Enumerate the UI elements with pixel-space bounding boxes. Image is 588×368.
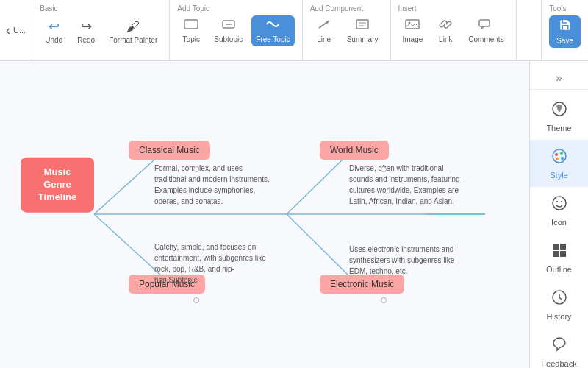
- dot-world: [381, 166, 387, 172]
- outline-label: Outline: [546, 265, 572, 274]
- basic-items: ↩ Undo ↪ Redo 🖌 Format Painter: [40, 15, 162, 47]
- history-label: History: [546, 312, 571, 321]
- file-label: U...: [13, 26, 26, 35]
- add-component-section: Add Component Line Summary: [303, 0, 391, 60]
- svg-point-20: [556, 158, 559, 160]
- back-button[interactable]: ‹ U...: [0, 0, 32, 60]
- line-icon: [317, 18, 331, 34]
- save-button[interactable]: Save: [549, 15, 581, 48]
- free-topic-icon: [265, 18, 280, 34]
- svg-rect-0: [184, 20, 198, 29]
- save-label: Save: [556, 37, 573, 45]
- right-sidebar: » Theme Style Icon Outline: [529, 61, 588, 368]
- sidebar-item-theme[interactable]: Theme: [530, 93, 588, 140]
- tools-items: Save: [549, 15, 581, 48]
- style-label: Style: [550, 171, 567, 180]
- sidebar-item-feedback[interactable]: Feedback: [530, 328, 588, 368]
- svg-rect-7: [406, 20, 419, 29]
- undo-icon: ↩: [49, 18, 60, 35]
- summary-label: Summary: [347, 35, 379, 43]
- comments-button[interactable]: Comments: [464, 15, 508, 46]
- topic-world-label: World Music: [330, 145, 379, 155]
- feedback-label: Feedback: [541, 359, 576, 368]
- sidebar-item-style[interactable]: Style: [530, 140, 588, 187]
- add-topic-section: Add Topic Topic Subtopic Free Topic: [170, 0, 302, 60]
- topic-classical[interactable]: Classical Music: [129, 141, 210, 160]
- undo-button[interactable]: ↩ Undo: [40, 15, 68, 47]
- svg-line-14: [287, 214, 349, 276]
- svg-rect-25: [560, 244, 566, 250]
- topic-button[interactable]: Topic: [177, 15, 205, 46]
- image-button[interactable]: Image: [398, 15, 428, 46]
- link-button[interactable]: Link: [431, 15, 459, 46]
- svg-point-23: [561, 201, 562, 202]
- topic-world[interactable]: World Music: [320, 141, 389, 160]
- sidebar-collapse-button[interactable]: »: [530, 67, 588, 90]
- redo-label: Redo: [77, 36, 95, 44]
- image-label: Image: [403, 35, 423, 43]
- theme-icon: [551, 100, 568, 122]
- canvas[interactable]: Music Genre Timeline Classical Music Wor…: [0, 61, 529, 368]
- format-painter-icon: 🖌: [126, 19, 140, 35]
- format-painter-label: Format Painter: [109, 36, 157, 44]
- add-topic-label: Add Topic: [177, 4, 209, 13]
- mindmap: Music Genre Timeline Classical Music Wor…: [0, 61, 529, 368]
- desc-electronic: Uses electronic instruments and synthesi…: [349, 244, 467, 277]
- free-topic-label: Free Topic: [256, 35, 290, 43]
- svg-line-11: [94, 153, 162, 214]
- svg-line-12: [287, 153, 349, 214]
- svg-line-13: [94, 214, 162, 276]
- image-icon: [405, 18, 420, 34]
- svg-point-18: [560, 152, 563, 155]
- style-icon: [551, 147, 568, 169]
- sidebar-item-outline[interactable]: Outline: [530, 234, 588, 281]
- svg-point-19: [561, 157, 564, 160]
- topic-electronic-label: Electronic Music: [330, 279, 394, 289]
- central-node[interactable]: Music Genre Timeline: [21, 158, 94, 213]
- back-icon: ‹: [6, 23, 10, 38]
- outline-icon: [551, 241, 568, 263]
- svg-point-21: [553, 197, 566, 210]
- svg-point-22: [556, 201, 558, 202]
- svg-point-16: [553, 149, 566, 163]
- dot-classical: [193, 166, 199, 172]
- dot-popular: [193, 297, 199, 303]
- central-node-text: Music Genre Timeline: [38, 166, 77, 202]
- topic-electronic[interactable]: Electronic Music: [320, 275, 404, 294]
- desc-popular: Catchy, simple, and focuses on entertain…: [154, 241, 272, 286]
- desc-world: Diverse, often with traditional sounds a…: [349, 163, 467, 207]
- svg-rect-24: [553, 244, 559, 250]
- desc-classical: Formal, complex, and uses traditional an…: [154, 163, 272, 207]
- icon-label: Icon: [551, 218, 567, 227]
- topic-label: Topic: [183, 35, 200, 43]
- svg-marker-3: [326, 21, 329, 24]
- svg-rect-9: [479, 20, 490, 26]
- comments-label: Comments: [468, 35, 503, 43]
- link-icon: [438, 18, 453, 34]
- line-button[interactable]: Line: [310, 15, 338, 46]
- add-component-items: Line Summary: [310, 15, 383, 46]
- sidebar-item-icon[interactable]: Icon: [530, 187, 588, 234]
- format-painter-button[interactable]: 🖌 Format Painter: [104, 16, 162, 47]
- toolbar: ‹ U... Basic ↩ Undo ↪ Redo 🖌 Format Pain…: [0, 0, 588, 61]
- connector-lines: [0, 61, 529, 368]
- topic-classical-label: Classical Music: [139, 145, 200, 155]
- topic-icon: [184, 18, 198, 34]
- summary-button[interactable]: Summary: [343, 15, 383, 46]
- main-area: Music Genre Timeline Classical Music Wor…: [0, 61, 588, 368]
- insert-label: Insert: [398, 4, 417, 13]
- dot-electronic: [381, 297, 387, 303]
- feedback-icon: [551, 336, 568, 358]
- sidebar-item-history[interactable]: History: [530, 281, 588, 328]
- link-label: Link: [439, 35, 452, 43]
- save-icon: [559, 18, 572, 35]
- free-topic-button[interactable]: Free Topic: [251, 15, 295, 46]
- icon-icon: [551, 194, 568, 216]
- insert-section: Insert Image Link Comments: [391, 0, 517, 60]
- subtopic-button[interactable]: Subtopic: [209, 15, 247, 46]
- redo-button[interactable]: ↪ Redo: [72, 15, 100, 47]
- line-label: Line: [317, 35, 331, 43]
- collapse-icon: »: [556, 71, 562, 84]
- add-topic-items: Topic Subtopic Free Topic: [177, 15, 294, 46]
- tools-section: Tools Save: [541, 0, 588, 60]
